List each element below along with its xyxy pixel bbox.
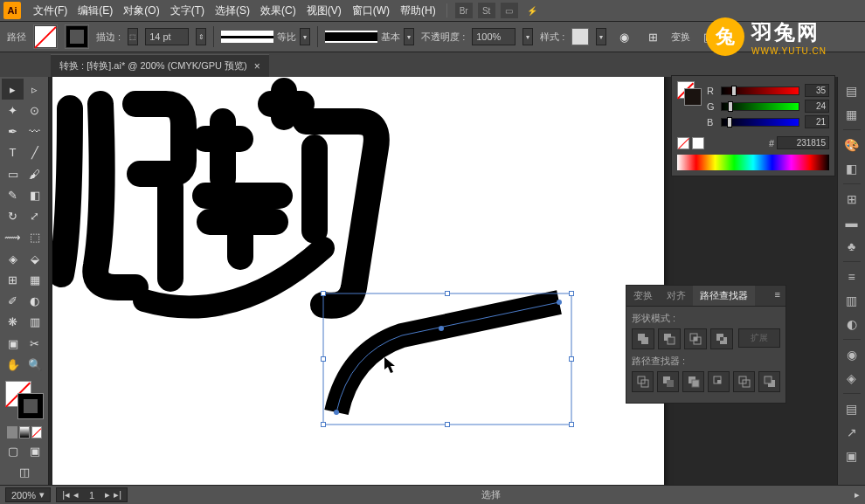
stroke-weight-stepper[interactable]: ⇕ <box>196 28 206 45</box>
divide-button[interactable] <box>632 371 654 392</box>
menu-view[interactable]: 视图(V) <box>301 3 347 18</box>
width-tool[interactable]: ⟿ <box>2 227 24 248</box>
eraser-tool[interactable]: ◧ <box>24 184 45 205</box>
artboards-icon[interactable]: ▣ <box>841 445 862 466</box>
direct-selection-tool[interactable]: ▹ <box>24 79 45 100</box>
zoom-tool[interactable]: 🔍 <box>24 354 45 375</box>
curvature-tool[interactable]: 〰 <box>24 121 45 142</box>
menu-edit[interactable]: 编辑(E) <box>73 3 118 18</box>
close-tab-icon[interactable]: × <box>254 60 260 72</box>
style-swatch[interactable] <box>571 28 589 45</box>
magic-wand-tool[interactable]: ✦ <box>2 100 24 121</box>
align-icon[interactable]: ⊞ <box>642 26 664 47</box>
nav-prev-icon[interactable]: ◂ <box>73 489 79 501</box>
g-slider[interactable] <box>721 102 799 111</box>
selection-handle[interactable] <box>321 356 326 362</box>
outline-button[interactable] <box>733 371 755 392</box>
shaper-tool[interactable]: ✎ <box>2 184 24 205</box>
r-slider[interactable] <box>721 86 799 95</box>
stroke-weight-link[interactable]: ⬚ <box>128 28 138 45</box>
menu-window[interactable]: 窗口(W) <box>347 3 395 18</box>
nav-next-icon[interactable]: ▸ <box>105 489 110 501</box>
eyedropper-tool[interactable]: ✐ <box>2 291 24 312</box>
selection-handle[interactable] <box>445 422 450 427</box>
tab-pathfinder[interactable]: 路径查找器 <box>693 286 755 306</box>
graph-tool[interactable]: ▥ <box>24 312 45 333</box>
panel-menu-icon[interactable]: ≡ <box>770 286 785 306</box>
selection-handle[interactable] <box>569 422 574 427</box>
transform-label[interactable]: 变换 <box>671 31 690 44</box>
swatches-icon[interactable]: ⊞ <box>841 189 862 210</box>
menu-effect[interactable]: 效果(C) <box>255 3 301 18</box>
opacity-input[interactable] <box>472 28 516 45</box>
color-panel-proxy[interactable] <box>677 81 702 106</box>
edit-toggle[interactable]: ◫ <box>2 462 46 483</box>
color-spectrum[interactable] <box>677 155 829 170</box>
status-menu-icon[interactable]: ▸ <box>855 489 860 501</box>
screen-mode-normal[interactable]: ▢ <box>2 440 24 461</box>
unite-button[interactable] <box>632 328 654 349</box>
minus-back-button[interactable] <box>758 371 780 392</box>
line-tool[interactable]: ╱ <box>24 142 45 163</box>
nav-first-icon[interactable]: |◂ <box>62 489 70 501</box>
gradient-icon[interactable]: ▥ <box>841 290 862 311</box>
expand-button[interactable]: 扩展 <box>738 328 780 348</box>
brushes-icon[interactable]: ▬ <box>841 212 862 233</box>
minus-front-button[interactable] <box>658 328 681 349</box>
brush-picker[interactable]: 基本 ▾ <box>325 28 414 45</box>
exclude-button[interactable] <box>710 328 733 349</box>
color-guide-icon[interactable]: ◧ <box>841 158 862 179</box>
stock-icon[interactable]: St <box>478 3 495 18</box>
perspective-tool[interactable]: ⬙ <box>24 248 45 269</box>
document-tab[interactable]: 转换 : [转换].ai* @ 200% (CMYK/GPU 预览) × <box>51 54 269 77</box>
trim-button[interactable] <box>657 371 679 392</box>
symbols-icon[interactable]: ♣ <box>841 236 862 257</box>
r-value[interactable] <box>805 84 829 97</box>
fill-swatch[interactable] <box>33 24 58 49</box>
rectangle-tool[interactable]: ▭ <box>2 163 24 184</box>
screen-mode-full[interactable]: ▣ <box>24 440 45 461</box>
paintbrush-tool[interactable]: 🖌 <box>24 163 45 184</box>
crop-button[interactable] <box>708 371 730 392</box>
hand-tool[interactable]: ✋ <box>2 354 24 375</box>
pen-tool[interactable]: ✒ <box>2 121 24 142</box>
menu-object[interactable]: 对象(O) <box>118 3 164 18</box>
menu-help[interactable]: 帮助(H) <box>395 3 441 18</box>
intersect-button[interactable] <box>684 328 707 349</box>
asset-export-icon[interactable]: ↗ <box>841 422 862 443</box>
layers-icon[interactable]: ▤ <box>841 398 862 419</box>
b-value[interactable] <box>805 115 829 128</box>
selection-handle[interactable] <box>569 291 574 296</box>
arrange-icon[interactable]: ▭ <box>501 3 518 18</box>
libraries-icon[interactable]: ▦ <box>841 104 862 125</box>
properties-icon[interactable]: ▤ <box>841 80 862 101</box>
lasso-tool[interactable]: ⊙ <box>24 100 45 121</box>
style-dropdown[interactable]: ▾ <box>596 28 606 45</box>
menu-file[interactable]: 文件(F) <box>28 3 73 18</box>
selection-handle[interactable] <box>445 291 450 296</box>
slice-tool[interactable]: ✂ <box>24 333 45 354</box>
bridge-icon[interactable]: Br <box>455 3 473 18</box>
nav-last-icon[interactable]: ▸| <box>114 489 121 501</box>
zoom-level[interactable]: 200%▾ <box>5 487 51 502</box>
type-tool[interactable]: T <box>2 142 24 163</box>
b-slider[interactable] <box>721 118 799 127</box>
none-swatch[interactable] <box>677 137 689 149</box>
rotate-tool[interactable]: ↻ <box>2 206 24 227</box>
artboard-nav[interactable]: |◂ ◂ 1 ▸ ▸| <box>56 487 128 502</box>
white-swatch[interactable] <box>692 137 704 149</box>
scale-tool[interactable]: ⤢ <box>24 206 45 227</box>
selection-handle[interactable] <box>321 422 326 427</box>
color-icon[interactable]: 🎨 <box>841 135 862 155</box>
mesh-tool[interactable]: ⊞ <box>2 269 24 290</box>
selection-handle[interactable] <box>569 356 574 362</box>
free-transform-tool[interactable]: ⬚ <box>24 227 45 248</box>
tab-transform[interactable]: 变换 <box>626 286 660 306</box>
artboard-tool[interactable]: ▣ <box>2 333 24 354</box>
tab-align[interactable]: 对齐 <box>660 286 693 306</box>
fill-stroke-proxy[interactable] <box>5 381 44 419</box>
gpu-icon[interactable]: ⚡ <box>523 3 541 18</box>
graphic-styles-icon[interactable]: ◈ <box>841 368 862 389</box>
symbol-sprayer-tool[interactable]: ❋ <box>2 312 24 333</box>
selection-handle[interactable] <box>321 291 326 296</box>
